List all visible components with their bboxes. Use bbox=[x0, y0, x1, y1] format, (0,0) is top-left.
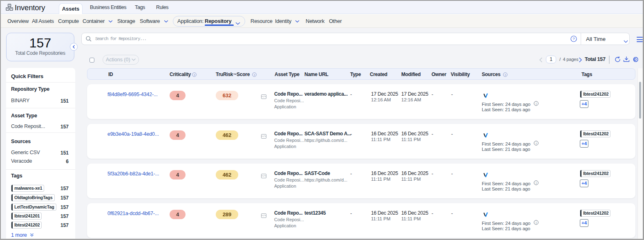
svg-text:i: i bbox=[194, 73, 195, 76]
svg-text:i: i bbox=[536, 221, 537, 224]
svg-text:i: i bbox=[536, 181, 537, 185]
svg-text:i: i bbox=[254, 73, 255, 76]
svg-text:?: ? bbox=[572, 36, 575, 41]
svg-text:i: i bbox=[536, 102, 537, 105]
svg-text:i: i bbox=[536, 141, 537, 145]
svg-text:i: i bbox=[505, 73, 505, 76]
